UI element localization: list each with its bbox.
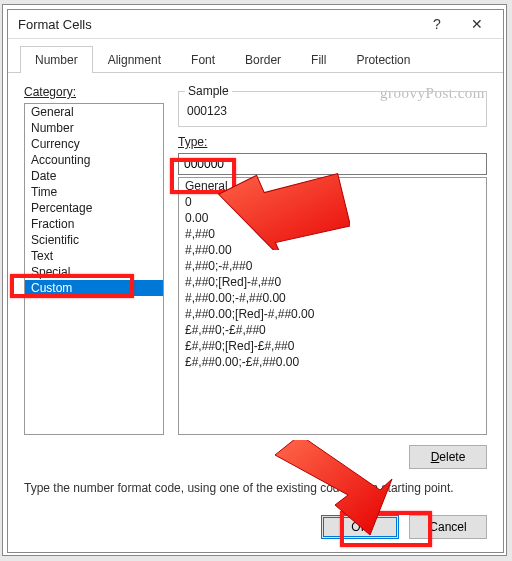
format-item[interactable]: #,##0.00;-#,##0.00 [179, 290, 486, 306]
dialog-footer: OK Cancel [8, 505, 503, 553]
tab-alignment[interactable]: Alignment [93, 46, 176, 73]
sample-value: 000123 [187, 98, 478, 118]
delete-button[interactable]: Delete [409, 445, 487, 469]
format-item[interactable]: #,##0.00 [179, 242, 486, 258]
help-icon[interactable]: ? [417, 10, 457, 38]
sample-box: Sample 000123 [178, 91, 487, 127]
category-item-currency[interactable]: Currency [25, 136, 163, 152]
screenshot-frame: Format Cells ? ✕ Number Alignment Font B… [2, 4, 507, 556]
category-item-fraction[interactable]: Fraction [25, 216, 163, 232]
hint-text: Type the number format code, using one o… [24, 481, 487, 495]
format-item[interactable]: £#,##0;-£#,##0 [179, 322, 486, 338]
tab-number[interactable]: Number [20, 46, 93, 73]
format-item[interactable]: 0 [179, 194, 486, 210]
dialog-body: groovyPost.com Category: GeneralNumberCu… [8, 73, 503, 505]
tab-fill[interactable]: Fill [296, 46, 341, 73]
tab-bar: Number Alignment Font Border Fill Protec… [8, 39, 503, 73]
tab-protection[interactable]: Protection [341, 46, 425, 73]
category-item-percentage[interactable]: Percentage [25, 200, 163, 216]
category-item-date[interactable]: Date [25, 168, 163, 184]
format-cells-dialog: Format Cells ? ✕ Number Alignment Font B… [7, 9, 504, 553]
tab-border[interactable]: Border [230, 46, 296, 73]
format-list[interactable]: General00.00#,##0#,##0.00#,##0;-#,##0#,#… [178, 177, 487, 435]
format-item[interactable]: £#,##0.00;-£#,##0.00 [179, 354, 486, 370]
close-icon[interactable]: ✕ [457, 10, 497, 38]
type-label: Type: [178, 135, 487, 149]
type-input[interactable] [178, 153, 487, 175]
category-item-general[interactable]: General [25, 104, 163, 120]
right-column: Sample 000123 Type: General00.00#,##0#,#… [178, 85, 487, 435]
category-item-custom[interactable]: Custom [25, 280, 163, 296]
category-item-special[interactable]: Special [25, 264, 163, 280]
sample-label: Sample [185, 84, 232, 98]
format-item[interactable]: #,##0;[Red]-#,##0 [179, 274, 486, 290]
format-item[interactable]: 0.00 [179, 210, 486, 226]
category-label: Category: [24, 85, 164, 99]
tab-font[interactable]: Font [176, 46, 230, 73]
format-item[interactable]: #,##0;-#,##0 [179, 258, 486, 274]
cancel-button[interactable]: Cancel [409, 515, 487, 539]
category-item-accounting[interactable]: Accounting [25, 152, 163, 168]
ok-button[interactable]: OK [321, 515, 399, 539]
category-item-text[interactable]: Text [25, 248, 163, 264]
format-item[interactable]: #,##0.00;[Red]-#,##0.00 [179, 306, 486, 322]
category-list[interactable]: GeneralNumberCurrencyAccountingDateTimeP… [24, 103, 164, 435]
format-item[interactable]: General [179, 178, 486, 194]
category-item-time[interactable]: Time [25, 184, 163, 200]
dialog-title: Format Cells [18, 17, 417, 32]
category-item-number[interactable]: Number [25, 120, 163, 136]
format-item[interactable]: #,##0 [179, 226, 486, 242]
delete-row: Delete [24, 445, 487, 469]
columns: Category: GeneralNumberCurrencyAccountin… [24, 85, 487, 435]
category-column: Category: GeneralNumberCurrencyAccountin… [24, 85, 164, 435]
title-bar: Format Cells ? ✕ [8, 10, 503, 39]
category-item-scientific[interactable]: Scientific [25, 232, 163, 248]
format-item[interactable]: £#,##0;[Red]-£#,##0 [179, 338, 486, 354]
